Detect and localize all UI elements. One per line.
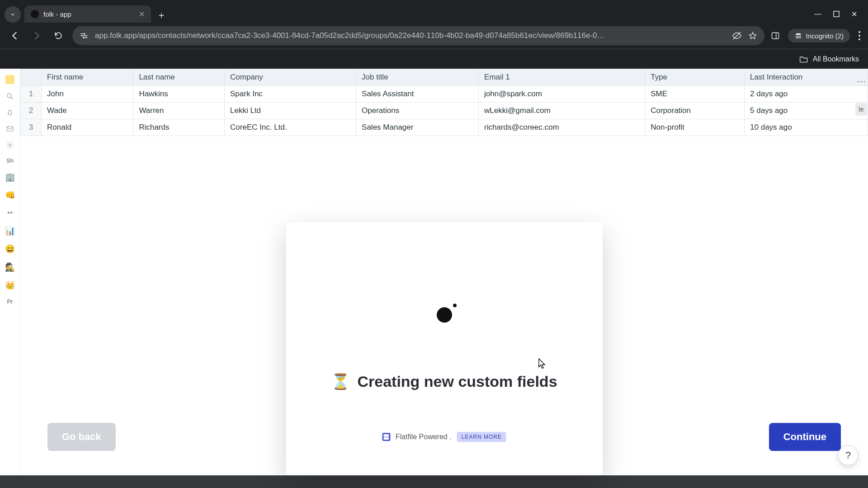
new-tab-button[interactable]: ＋ [154, 7, 169, 23]
learn-more-link[interactable]: LEARN MORE [457, 432, 506, 442]
app-sidebar: Sh 🏢 👊 •• 📊 😄 🕵️ 👑 Pr [0, 69, 20, 475]
cell-type[interactable]: SME [645, 86, 745, 103]
minimize-icon[interactable]: — [814, 10, 821, 18]
col-last-interaction[interactable]: Last Interaction [745, 69, 868, 86]
col-type[interactable]: Type [645, 69, 745, 86]
cell-company[interactable]: Spark Inc [225, 86, 356, 103]
close-window-icon[interactable]: ✕ [851, 10, 857, 19]
sidebar-item-emoji-1[interactable]: 🏢 [5, 172, 15, 182]
bookmarks-folder-icon[interactable] [799, 55, 808, 63]
more-actions-icon[interactable]: ⋯ [857, 76, 866, 87]
cell-last-interaction[interactable]: 10 days ago [745, 119, 868, 136]
kebab-menu-icon[interactable] [858, 31, 861, 41]
more-icon[interactable]: •• [7, 208, 13, 218]
cell-first-name[interactable]: Wade [42, 103, 133, 119]
cell-type[interactable]: Corporation [645, 103, 745, 119]
tab-search-caret[interactable] [5, 6, 21, 23]
cell-job-title[interactable]: Sales Manager [356, 119, 479, 136]
tab-favicon [31, 10, 39, 18]
star-icon[interactable] [748, 31, 757, 40]
gear-icon[interactable] [6, 141, 14, 149]
bell-icon[interactable] [6, 108, 14, 117]
svg-rect-7 [772, 33, 778, 38]
eye-off-icon[interactable] [732, 31, 742, 41]
help-button[interactable]: ? [838, 446, 858, 465]
go-back-button[interactable]: Go back [47, 423, 116, 451]
svg-rect-1 [81, 33, 84, 34]
cell-last-name[interactable]: Hawkins [133, 86, 225, 103]
all-bookmarks-link[interactable]: All Bookmarks [813, 55, 859, 63]
sidebar-item-emoji-4[interactable]: 😄 [5, 244, 15, 254]
table-row[interactable]: 3 Ronald Richards CoreEC Inc. Ltd. Sales… [21, 119, 868, 136]
browser-tab[interactable]: folk - app ✕ [24, 5, 151, 23]
url-text: app.folk.app/apps/contacts/network/ccaa7… [95, 31, 726, 40]
cell-last-name[interactable]: Richards [133, 119, 225, 136]
table-row[interactable]: 2 Wade Warren Lekki Ltd Operations wLekk… [21, 103, 868, 119]
svg-line-16 [11, 97, 13, 99]
sidebar-item-emoji-3[interactable]: 📊 [5, 226, 15, 236]
cell-company[interactable]: CoreEC Inc. Ltd. [225, 119, 356, 136]
cell-last-name[interactable]: Warren [133, 103, 225, 119]
page-viewport: Sh 🏢 👊 •• 📊 😄 🕵️ 👑 Pr First name Last na… [0, 69, 868, 475]
col-company[interactable]: Company [225, 69, 356, 86]
cell-email[interactable]: wLekki@gmail.com [479, 103, 645, 119]
spinner-icon [437, 307, 452, 323]
svg-rect-3 [85, 37, 88, 38]
cell-job-title[interactable]: Sales Assistant [356, 86, 479, 103]
cell-email[interactable]: richards@coreec.com [479, 119, 645, 136]
right-edge-pill[interactable]: le [855, 103, 868, 116]
col-first-name[interactable]: First name [42, 69, 133, 86]
close-icon[interactable]: ✕ [139, 10, 145, 19]
side-panel-icon[interactable] [771, 31, 780, 40]
hourglass-icon: ⏳ [331, 372, 350, 390]
svg-point-4 [84, 33, 85, 35]
forward-button[interactable] [29, 28, 44, 43]
cell-first-name[interactable]: Ronald [42, 119, 133, 136]
col-job-title[interactable]: Job title [356, 69, 479, 86]
svg-point-15 [7, 94, 11, 98]
cell-last-interaction[interactable]: 5 days ago [745, 103, 868, 119]
back-button[interactable] [7, 28, 23, 43]
cell-last-interaction[interactable]: 2 days ago [745, 86, 868, 103]
cell-job-title[interactable]: Operations [356, 103, 479, 119]
cell-email[interactable]: john@spark.com [479, 86, 645, 103]
chevron-down-icon [9, 11, 16, 18]
svg-point-5 [83, 37, 85, 38]
sidebar-item-emoji-6[interactable]: 👑 [5, 280, 15, 290]
maximize-icon[interactable] [833, 11, 840, 17]
workspace-icon[interactable] [5, 75, 14, 84]
svg-rect-18 [7, 127, 13, 131]
right-edge: ⋯ le [854, 69, 868, 475]
site-settings-icon[interactable] [80, 31, 89, 40]
window-controls: — ✕ [814, 5, 863, 23]
cell-company[interactable]: Lekki Ltd [225, 103, 356, 119]
reload-button[interactable] [51, 28, 66, 43]
incognito-indicator[interactable]: Incognito (2) [788, 29, 850, 42]
search-icon[interactable] [6, 92, 14, 100]
tab-title: folk - app [43, 10, 71, 18]
row-number: 3 [21, 119, 42, 136]
modal-title-row: ⏳ Creating new custom fields [331, 372, 557, 390]
table-row[interactable]: 1 John Hawkins Spark Inc Sales Assistant… [21, 86, 868, 103]
continue-button[interactable]: Continue [769, 423, 841, 451]
col-last-name[interactable]: Last name [133, 69, 225, 86]
mail-icon[interactable] [6, 125, 14, 133]
url-field[interactable]: app.folk.app/apps/contacts/network/ccaa7… [72, 26, 764, 45]
svg-rect-2 [81, 35, 88, 36]
flatfile-label: Flatfile Powered . [396, 433, 452, 441]
flatfile-attribution: Flatfile Powered . LEARN MORE [382, 432, 506, 442]
svg-point-14 [859, 38, 860, 40]
bottom-strip [0, 475, 868, 488]
flatfile-logo-icon [382, 433, 390, 441]
col-email-1[interactable]: Email 1 [479, 69, 645, 86]
svg-point-10 [798, 36, 801, 38]
modal-title: Creating new custom fields [357, 373, 557, 390]
row-number: 1 [21, 86, 42, 103]
address-bar: app.folk.app/apps/contacts/network/ccaa7… [0, 23, 868, 49]
cell-type[interactable]: Non-profit [645, 119, 745, 136]
svg-point-19 [9, 144, 11, 146]
sidebar-item-emoji-2[interactable]: 👊 [5, 190, 15, 200]
cell-first-name[interactable]: John [42, 86, 133, 103]
incognito-icon [794, 32, 802, 40]
sidebar-item-emoji-5[interactable]: 🕵️ [5, 262, 15, 272]
